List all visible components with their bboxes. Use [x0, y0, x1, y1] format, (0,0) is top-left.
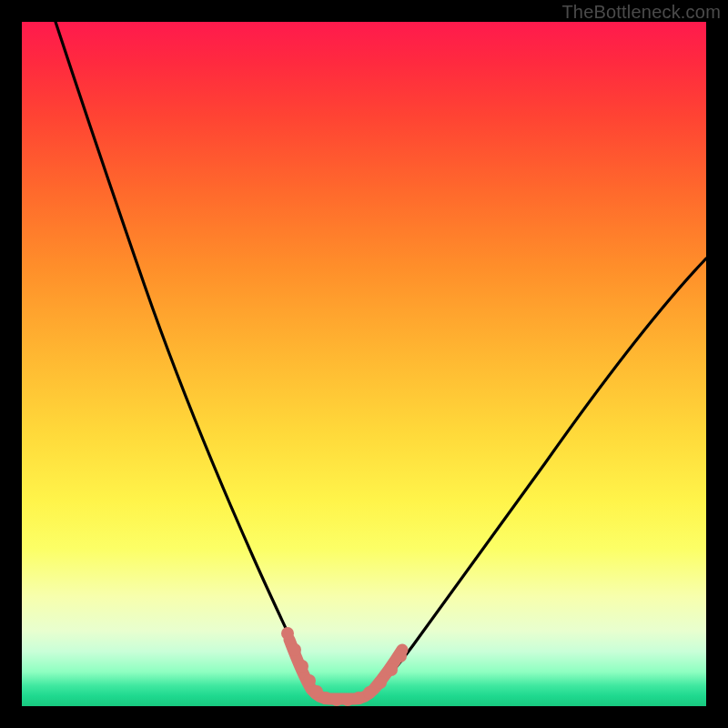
svg-point-12	[394, 650, 407, 662]
svg-point-2	[296, 660, 308, 672]
svg-point-7	[341, 693, 354, 706]
bottleneck-curve	[56, 22, 706, 697]
svg-point-6	[330, 693, 343, 706]
svg-point-0	[281, 627, 294, 640]
svg-point-8	[352, 692, 365, 704]
plot-area	[22, 22, 706, 706]
svg-point-11	[385, 663, 398, 676]
watermark-text: TheBottleneck.com	[561, 2, 721, 23]
curve-layer	[22, 22, 706, 706]
svg-point-10	[374, 676, 387, 689]
svg-point-5	[319, 692, 332, 704]
svg-point-9	[363, 686, 376, 699]
svg-point-3	[303, 674, 316, 687]
chart-frame: TheBottleneck.com	[0, 0, 728, 728]
svg-point-1	[288, 643, 301, 656]
